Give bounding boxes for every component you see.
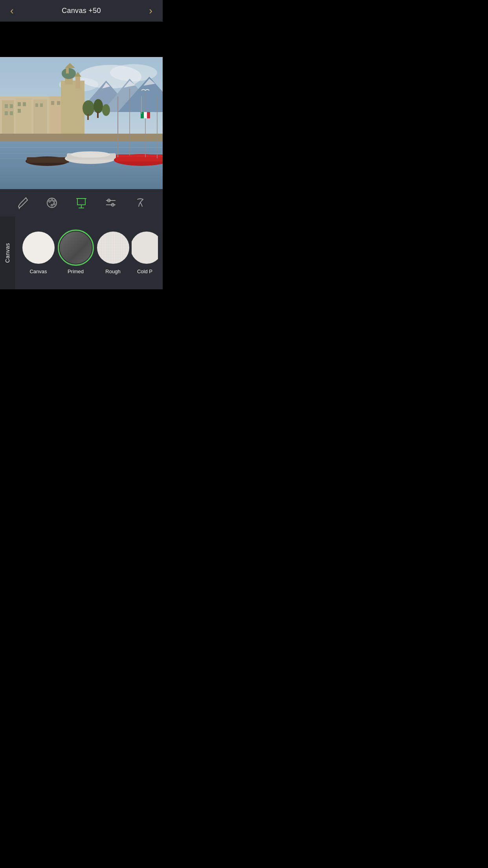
svg-point-64 xyxy=(53,200,55,202)
svg-point-62 xyxy=(49,200,50,202)
option-cold-press[interactable]: Cold P xyxy=(132,232,158,274)
sidebar-label-text: Canvas xyxy=(4,243,11,263)
next-button[interactable]: › xyxy=(146,3,156,18)
primed-circle xyxy=(60,232,92,264)
toolbar xyxy=(0,189,163,217)
rough-preview xyxy=(97,232,129,264)
brush-tool[interactable] xyxy=(13,193,32,213)
svg-point-66 xyxy=(51,204,53,206)
rough-label: Rough xyxy=(105,268,120,274)
cold-press-preview xyxy=(132,232,158,264)
text-tool[interactable] xyxy=(130,193,150,213)
svg-rect-60 xyxy=(0,57,163,199)
adjustments-tool[interactable] xyxy=(101,193,121,213)
sidebar-label: Canvas xyxy=(0,217,15,289)
prev-button[interactable]: ‹ xyxy=(7,3,17,18)
painting-canvas xyxy=(0,57,163,199)
rough-circle xyxy=(97,232,129,264)
option-rough[interactable]: Rough xyxy=(94,232,132,274)
option-canvas[interactable]: Canvas xyxy=(20,232,57,274)
svg-point-65 xyxy=(53,203,55,205)
canvas-tool[interactable] xyxy=(72,193,91,213)
page-title: Canvas +50 xyxy=(62,7,101,15)
cold-press-label: Cold P xyxy=(137,268,152,274)
cold-press-circle xyxy=(132,232,158,264)
canvas-circle xyxy=(22,232,55,264)
palette-tool[interactable] xyxy=(42,193,62,213)
svg-point-63 xyxy=(51,199,53,201)
canvas-label: Canvas xyxy=(29,268,47,274)
bottom-panel: Canvas Canvas Primed Rough xyxy=(0,217,163,289)
primed-preview xyxy=(60,232,92,264)
svg-rect-67 xyxy=(77,199,85,205)
canvas-preview xyxy=(22,232,55,264)
header: ‹ Canvas +50 › xyxy=(0,0,163,22)
option-primed[interactable]: Primed xyxy=(57,232,94,274)
primed-label: Primed xyxy=(68,268,84,274)
options-scroll: Canvas Primed Rough Cold P xyxy=(15,217,163,289)
